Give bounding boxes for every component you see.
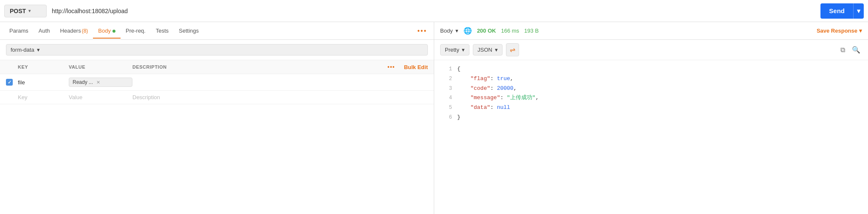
form-data-row: form-data ▾ — [0, 40, 434, 60]
body-type-label: form-data — [11, 47, 34, 53]
tab-body[interactable]: Body — [93, 23, 121, 38]
json-line-3: 3 "code": 20000, — [434, 84, 868, 94]
response-body-chevron-icon[interactable]: ▾ — [455, 28, 458, 34]
json-label: JSON — [478, 47, 492, 53]
save-response-button[interactable]: Save Response ▾ — [817, 28, 862, 34]
json-line-5: 5 "data": null — [434, 103, 868, 113]
pretty-label: Pretty — [445, 47, 459, 53]
globe-icon[interactable]: 🌐 — [463, 27, 472, 35]
tab-settings[interactable]: Settings — [174, 23, 204, 38]
pretty-chevron-icon: ▾ — [462, 47, 465, 53]
body-type-selector[interactable]: form-data ▾ — [6, 44, 428, 56]
tabs-more-icon[interactable]: ••• — [415, 27, 430, 35]
status-code: 200 OK — [477, 28, 496, 34]
wrap-button[interactable]: ⇌ — [506, 43, 519, 56]
response-header: Body ▾ 🌐 200 OK 166 ms 193 B Save Respon… — [434, 22, 868, 40]
pretty-selector[interactable]: Pretty ▾ — [440, 44, 469, 56]
json-chevron-icon: ▾ — [495, 47, 498, 53]
json-viewer: 1 { 2 "flag": true, 3 "code": 20000, 4 "… — [434, 60, 868, 214]
placeholder-key[interactable]: Key — [18, 94, 69, 100]
table-more-icon[interactable]: ••• — [388, 64, 395, 70]
bulk-edit-button[interactable]: Bulk Edit — [404, 64, 428, 70]
request-tabs: Params Auth Headers(8) Body Pre-req. Tes… — [0, 22, 434, 40]
response-body-text: Body — [440, 28, 453, 34]
file-value-pill[interactable]: Ready ... ✕ — [69, 78, 132, 87]
col-desc-header: DESCRIPTION — [132, 64, 379, 69]
table-header: KEY VALUE DESCRIPTION ••• Bulk Edit — [0, 60, 434, 74]
tab-params[interactable]: Params — [4, 23, 34, 38]
method-chevron-icon: ▾ — [28, 8, 31, 13]
response-size: 193 B — [524, 28, 539, 34]
placeholder-description[interactable]: Description — [132, 94, 428, 100]
json-selector[interactable]: JSON ▾ — [473, 44, 503, 56]
wrap-icon: ⇌ — [510, 46, 515, 54]
method-selector[interactable]: POST ▾ — [4, 5, 47, 17]
headers-badge: (8) — [82, 28, 88, 34]
json-line-1: 1 { — [434, 64, 868, 74]
table-placeholder-row: Key Value Description — [0, 91, 434, 104]
body-dot-icon — [112, 30, 115, 33]
format-toolbar: Pretty ▾ JSON ▾ ⇌ ⧉ 🔍 — [434, 40, 868, 60]
json-line-6: 6 } — [434, 113, 868, 122]
tab-auth[interactable]: Auth — [34, 23, 55, 38]
search-button[interactable]: 🔍 — [850, 44, 862, 56]
row-key: file — [18, 79, 69, 86]
tab-prereq[interactable]: Pre-req. — [121, 23, 151, 38]
save-response-label: Save Response — [817, 28, 857, 34]
tab-headers[interactable]: Headers(8) — [55, 23, 93, 38]
placeholder-value[interactable]: Value — [69, 94, 132, 100]
row-checkbox[interactable] — [6, 79, 13, 86]
json-line-2: 2 "flag": true, — [434, 74, 868, 84]
send-button[interactable]: Send ▾ — [820, 3, 864, 19]
tab-tests[interactable]: Tests — [151, 23, 174, 38]
send-dropdown-icon[interactable]: ▾ — [853, 3, 864, 19]
save-response-chevron-icon: ▾ — [859, 28, 862, 34]
method-label: POST — [10, 8, 26, 14]
col-key-header: KEY — [18, 64, 69, 69]
body-type-chevron-icon: ▾ — [37, 47, 40, 53]
main-layout: Params Auth Headers(8) Body Pre-req. Tes… — [0, 22, 868, 214]
url-input[interactable] — [50, 6, 817, 16]
left-panel: Params Auth Headers(8) Body Pre-req. Tes… — [0, 22, 434, 214]
row-checkbox-cell — [6, 79, 18, 86]
col-value-header: VALUE — [69, 64, 132, 69]
file-remove-icon[interactable]: ✕ — [96, 80, 100, 85]
file-value-text: Ready ... — [73, 79, 93, 85]
table-row: file Ready ... ✕ — [0, 74, 434, 91]
col-actions-header: ••• — [379, 64, 404, 70]
right-panel: Body ▾ 🌐 200 OK 166 ms 193 B Save Respon… — [434, 22, 868, 214]
url-bar: POST ▾ Send ▾ — [0, 0, 868, 22]
send-label[interactable]: Send — [820, 3, 853, 19]
response-body-label: Body ▾ — [440, 28, 458, 34]
row-value: Ready ... ✕ — [69, 78, 132, 87]
response-time: 166 ms — [501, 28, 519, 34]
copy-button[interactable]: ⧉ — [839, 44, 847, 56]
json-line-4: 4 "message": "上传成功", — [434, 93, 868, 103]
